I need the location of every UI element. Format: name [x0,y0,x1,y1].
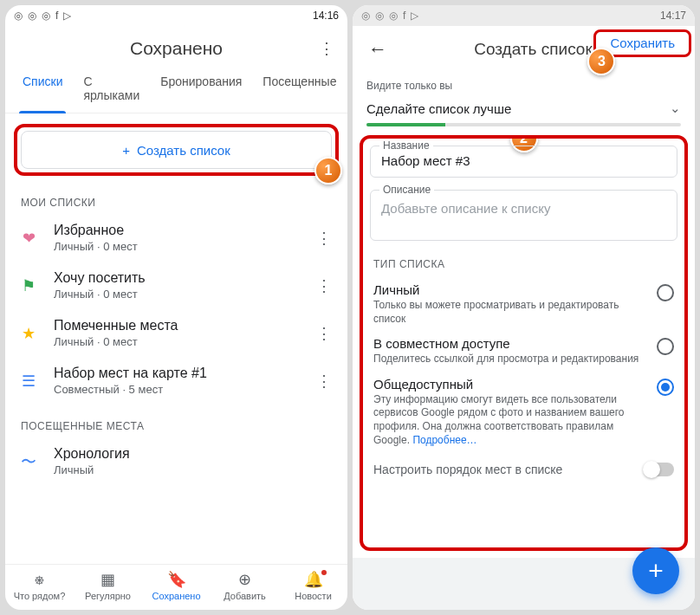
instagram-icon: ◎ [14,10,23,22]
clock: 14:16 [313,10,339,22]
chevron-down-icon: ⌄ [670,100,681,116]
pin-icon: ⎈ [35,570,44,589]
callout-2: 2 Название Набор мест #3 Описание Добавь… [360,135,688,551]
tab-labeled[interactable]: С ярлыками [73,68,150,113]
create-list-button[interactable]: + Создать список [21,131,332,169]
page-title: Создать список [394,40,690,59]
radio-public[interactable]: Общедоступный Эту информацию смогут виде… [370,372,677,452]
list-icon: ☰ [17,370,40,392]
clock: 14:17 [660,10,686,22]
play-icon: ▷ [63,10,71,22]
visibility-hint: Видите только вы [353,73,695,95]
nav-contribute[interactable]: ⊕ Добавить [211,570,279,601]
header: ← Создать список Сохранить 3 [353,26,695,73]
list-item[interactable]: 〜 Хронология Личный [5,437,347,485]
instagram-icon: ◎ [28,10,36,22]
facebook-icon: f [403,10,405,22]
description-field[interactable]: Описание Добавьте описание к списку [370,190,677,241]
instagram-icon: ◎ [389,10,398,22]
name-input[interactable]: Набор мест #3 [381,153,666,168]
toggle-switch[interactable] [645,463,674,476]
learn-more-link[interactable]: Подробнее… [412,434,476,446]
radio-icon[interactable] [657,284,674,301]
plus-circle-icon: ⊕ [238,570,251,589]
phone-right: ◎ ◎ ◎ f ▷ 14:17 ← Создать список Сохрани… [353,5,695,610]
radio-private[interactable]: Личный Только вы можете просматривать и … [370,277,677,331]
more-menu-icon[interactable]: ⋮ [316,39,337,58]
order-toggle-row[interactable]: Настроить порядок мест в списке [370,452,677,482]
play-icon: ▷ [411,10,418,22]
improve-list-row[interactable]: Сделайте список лучше ⌄ [353,95,695,123]
plus-icon: + [122,143,130,158]
description-input[interactable]: Добавьте описание к списку [381,197,666,216]
header: Сохранено ⋮ [5,26,347,68]
item-more-icon[interactable]: ⋮ [313,324,335,343]
heart-icon: ❤ [17,227,40,249]
instagram-icon: ◎ [361,10,370,22]
radio-icon[interactable] [657,379,674,396]
list-item[interactable]: ❤ Избранное Личный · 0 мест ⋮ [5,214,347,262]
status-bar: ◎ ◎ ◎ f ▷ 14:17 [353,5,695,26]
star-icon: ★ [17,322,40,345]
radio-shared[interactable]: В совместном доступе Поделитесь ссылкой … [370,331,677,372]
list-item[interactable]: ★ Помеченные места Личный · 0 мест ⋮ [5,309,347,357]
back-button[interactable]: ← [361,35,394,64]
create-list-label: Создать список [137,143,230,158]
page-title: Сохранено [36,38,316,59]
instagram-icon: ◎ [42,10,50,22]
visited-label: ПОСЕЩЕННЫЕ МЕСТА [5,405,347,437]
instagram-icon: ◎ [375,10,384,22]
tab-reservations[interactable]: Бронирования [150,68,252,113]
flag-icon: ⚑ [17,275,40,297]
bookmark-icon: 🔖 [167,570,186,589]
progress-fill [366,123,445,126]
list-item[interactable]: ☰ Набор мест на карте #1 Совместный · 5 … [5,357,347,405]
my-lists-label: МОИ СПИСКИ [5,181,347,214]
item-more-icon[interactable]: ⋮ [313,276,335,295]
list-type-label: ТИП СПИСКА [370,253,677,277]
nav-nearby[interactable]: ⎈ Что рядом? [5,570,74,601]
item-more-icon[interactable]: ⋮ [313,372,335,391]
nav-commute[interactable]: ▦ Регулярно [74,570,142,601]
tabs: Списки С ярлыками Бронирования Посещенны… [5,68,347,113]
tab-lists[interactable]: Списки [12,68,73,113]
notification-dot [321,570,327,575]
bell-icon: 🔔 [304,570,323,589]
name-field[interactable]: Название Набор мест #3 [370,146,677,178]
nav-saved[interactable]: 🔖 Сохранено [142,570,211,601]
radio-icon[interactable] [657,338,674,355]
status-bar: ◎ ◎ ◎ f ▷ 14:16 [5,5,347,26]
phone-left: ◎ ◎ ◎ f ▷ 14:16 Сохранено ⋮ Списки С ярл… [5,5,347,610]
tab-visited[interactable]: Посещенные [252,68,347,113]
list-item[interactable]: ⚑ Хочу посетить Личный · 0 мест ⋮ [5,262,347,309]
status-icons: ◎ ◎ ◎ f ▷ [14,10,71,22]
bottom-nav: ⎈ Что рядом? ▦ Регулярно 🔖 Сохранено ⊕ Д… [5,564,347,610]
item-more-icon[interactable]: ⋮ [313,229,335,248]
facebook-icon: f [55,10,58,22]
step-badge-1: 1 [314,157,342,184]
grid-icon: ▦ [100,570,115,589]
progress-bar [366,123,681,126]
fab-add-button[interactable]: + [632,547,679,594]
timeline-icon: 〜 [17,450,40,473]
status-icons: ◎ ◎ ◎ f ▷ [361,10,418,22]
callout-1: + Создать список 1 [14,124,339,176]
nav-updates[interactable]: 🔔 Новости [279,570,347,601]
